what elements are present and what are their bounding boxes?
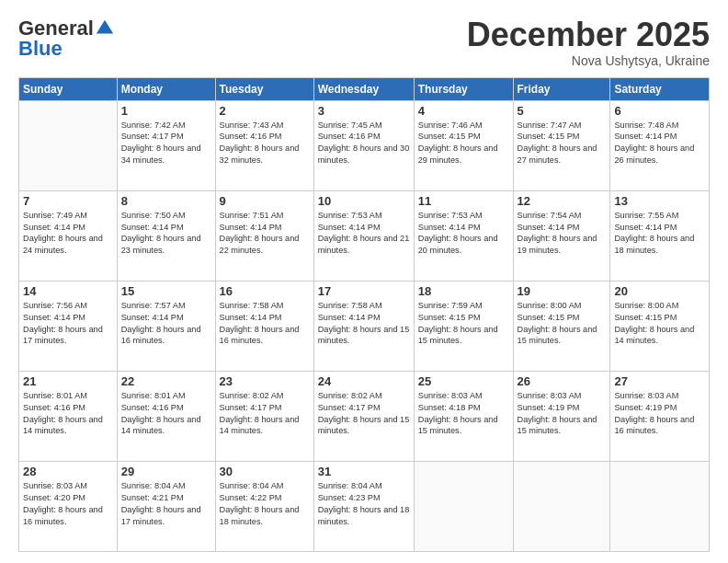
table-row: 30Sunrise: 8:04 AM Sunset: 4:22 PM Dayli… (215, 461, 313, 551)
table-row (513, 461, 610, 551)
cell-info: Sunrise: 8:04 AM Sunset: 4:23 PM Dayligh… (318, 480, 410, 528)
table-row (414, 461, 513, 551)
cell-info: Sunrise: 8:03 AM Sunset: 4:19 PM Dayligh… (518, 390, 607, 438)
col-thursday: Thursday (414, 77, 513, 100)
month-title: December 2025 (467, 17, 710, 53)
day-number: 9 (220, 194, 310, 208)
cell-info: Sunrise: 7:47 AM Sunset: 4:15 PM Dayligh… (518, 120, 607, 167)
table-row: 13Sunrise: 7:55 AM Sunset: 4:14 PM Dayli… (610, 190, 710, 281)
table-row: 8Sunrise: 7:50 AM Sunset: 4:14 PM Daylig… (117, 190, 215, 281)
calendar-body: 1Sunrise: 7:42 AM Sunset: 4:17 PM Daylig… (19, 100, 710, 551)
header-row: Sunday Monday Tuesday Wednesday Thursday… (19, 77, 710, 100)
day-number: 4 (418, 104, 509, 118)
svg-marker-0 (97, 20, 113, 34)
cell-info: Sunrise: 7:49 AM Sunset: 4:14 PM Dayligh… (23, 210, 113, 258)
cell-info: Sunrise: 8:01 AM Sunset: 4:16 PM Dayligh… (23, 390, 113, 438)
day-number: 25 (418, 374, 509, 388)
table-row (610, 461, 710, 551)
table-row: 19Sunrise: 8:00 AM Sunset: 4:15 PM Dayli… (513, 281, 610, 371)
day-number: 17 (318, 284, 410, 298)
table-row: 6Sunrise: 7:48 AM Sunset: 4:14 PM Daylig… (610, 100, 710, 190)
table-row: 28Sunrise: 8:03 AM Sunset: 4:20 PM Dayli… (19, 461, 118, 551)
day-number: 12 (518, 194, 607, 208)
col-friday: Friday (513, 77, 610, 100)
week-row-2: 7Sunrise: 7:49 AM Sunset: 4:14 PM Daylig… (19, 190, 710, 281)
table-row: 20Sunrise: 8:00 AM Sunset: 4:15 PM Dayli… (610, 281, 710, 371)
table-row: 11Sunrise: 7:53 AM Sunset: 4:14 PM Dayli… (414, 190, 513, 281)
cell-info: Sunrise: 8:04 AM Sunset: 4:21 PM Dayligh… (121, 480, 211, 528)
table-row: 12Sunrise: 7:54 AM Sunset: 4:14 PM Dayli… (513, 190, 610, 281)
table-row: 4Sunrise: 7:46 AM Sunset: 4:15 PM Daylig… (414, 100, 513, 190)
day-number: 20 (614, 284, 705, 298)
cell-info: Sunrise: 7:46 AM Sunset: 4:15 PM Dayligh… (418, 120, 509, 167)
day-number: 14 (23, 284, 113, 298)
table-row: 27Sunrise: 8:03 AM Sunset: 4:19 PM Dayli… (610, 371, 710, 461)
cell-info: Sunrise: 7:54 AM Sunset: 4:14 PM Dayligh… (518, 210, 607, 258)
col-tuesday: Tuesday (215, 77, 313, 100)
day-number: 19 (518, 284, 607, 298)
table-row: 24Sunrise: 8:02 AM Sunset: 4:17 PM Dayli… (313, 371, 414, 461)
table-row: 23Sunrise: 8:02 AM Sunset: 4:17 PM Dayli… (215, 371, 313, 461)
day-number: 28 (23, 465, 113, 478)
day-number: 13 (614, 194, 705, 208)
table-row: 25Sunrise: 8:03 AM Sunset: 4:18 PM Dayli… (414, 371, 513, 461)
table-row: 31Sunrise: 8:04 AM Sunset: 4:23 PM Dayli… (313, 461, 414, 551)
col-monday: Monday (117, 77, 215, 100)
table-row: 9Sunrise: 7:51 AM Sunset: 4:14 PM Daylig… (215, 190, 313, 281)
cell-info: Sunrise: 7:43 AM Sunset: 4:16 PM Dayligh… (220, 120, 310, 167)
day-number: 11 (418, 194, 509, 208)
cell-info: Sunrise: 8:02 AM Sunset: 4:17 PM Dayligh… (318, 390, 410, 438)
cell-info: Sunrise: 7:59 AM Sunset: 4:15 PM Dayligh… (418, 300, 509, 348)
table-row: 29Sunrise: 8:04 AM Sunset: 4:21 PM Dayli… (117, 461, 215, 551)
cell-info: Sunrise: 7:50 AM Sunset: 4:14 PM Dayligh… (121, 210, 211, 258)
cell-info: Sunrise: 7:48 AM Sunset: 4:14 PM Dayligh… (614, 120, 705, 167)
cell-info: Sunrise: 7:58 AM Sunset: 4:14 PM Dayligh… (318, 300, 410, 348)
cell-info: Sunrise: 7:56 AM Sunset: 4:14 PM Dayligh… (23, 300, 113, 348)
table-row: 21Sunrise: 8:01 AM Sunset: 4:16 PM Dayli… (19, 371, 118, 461)
cell-info: Sunrise: 8:03 AM Sunset: 4:18 PM Dayligh… (418, 390, 509, 438)
header: General Blue December 2025 Nova Ushytsya… (18, 17, 710, 68)
table-row: 26Sunrise: 8:03 AM Sunset: 4:19 PM Dayli… (513, 371, 610, 461)
day-number: 31 (318, 465, 410, 478)
title-block: December 2025 Nova Ushytsya, Ukraine (467, 17, 710, 68)
table-row: 16Sunrise: 7:58 AM Sunset: 4:14 PM Dayli… (215, 281, 313, 371)
cell-info: Sunrise: 7:53 AM Sunset: 4:14 PM Dayligh… (318, 210, 410, 258)
week-row-1: 1Sunrise: 7:42 AM Sunset: 4:17 PM Daylig… (19, 100, 710, 190)
logo-blue-text: Blue (18, 37, 63, 61)
cell-info: Sunrise: 8:00 AM Sunset: 4:15 PM Dayligh… (518, 300, 607, 348)
cell-info: Sunrise: 7:51 AM Sunset: 4:14 PM Dayligh… (220, 210, 310, 258)
table-row: 7Sunrise: 7:49 AM Sunset: 4:14 PM Daylig… (19, 190, 118, 281)
cell-info: Sunrise: 8:00 AM Sunset: 4:15 PM Dayligh… (614, 300, 705, 348)
week-row-3: 14Sunrise: 7:56 AM Sunset: 4:14 PM Dayli… (19, 281, 710, 371)
day-number: 26 (518, 374, 607, 388)
day-number: 3 (318, 104, 410, 118)
cell-info: Sunrise: 7:58 AM Sunset: 4:14 PM Dayligh… (220, 300, 310, 348)
day-number: 18 (418, 284, 509, 298)
day-number: 22 (121, 374, 211, 388)
table-row: 18Sunrise: 7:59 AM Sunset: 4:15 PM Dayli… (414, 281, 513, 371)
day-number: 7 (23, 194, 113, 208)
week-row-4: 21Sunrise: 8:01 AM Sunset: 4:16 PM Dayli… (19, 371, 710, 461)
day-number: 29 (121, 465, 211, 478)
cell-info: Sunrise: 8:03 AM Sunset: 4:20 PM Dayligh… (23, 480, 113, 528)
table-row: 5Sunrise: 7:47 AM Sunset: 4:15 PM Daylig… (513, 100, 610, 190)
day-number: 21 (23, 374, 113, 388)
calendar-table: Sunday Monday Tuesday Wednesday Thursday… (18, 77, 710, 552)
col-wednesday: Wednesday (313, 77, 414, 100)
cell-info: Sunrise: 7:45 AM Sunset: 4:16 PM Dayligh… (318, 120, 410, 167)
page: General Blue December 2025 Nova Ushytsya… (0, 0, 728, 563)
cell-info: Sunrise: 8:04 AM Sunset: 4:22 PM Dayligh… (220, 480, 310, 528)
col-sunday: Sunday (19, 77, 118, 100)
cell-info: Sunrise: 7:55 AM Sunset: 4:14 PM Dayligh… (614, 210, 705, 258)
cell-info: Sunrise: 8:03 AM Sunset: 4:19 PM Dayligh… (614, 390, 705, 438)
table-row: 22Sunrise: 8:01 AM Sunset: 4:16 PM Dayli… (117, 371, 215, 461)
day-number: 6 (614, 104, 705, 118)
col-saturday: Saturday (610, 77, 710, 100)
cell-info: Sunrise: 7:42 AM Sunset: 4:17 PM Dayligh… (121, 120, 211, 167)
table-row: 2Sunrise: 7:43 AM Sunset: 4:16 PM Daylig… (215, 100, 313, 190)
week-row-5: 28Sunrise: 8:03 AM Sunset: 4:20 PM Dayli… (19, 461, 710, 551)
day-number: 23 (220, 374, 310, 388)
cell-info: Sunrise: 8:02 AM Sunset: 4:17 PM Dayligh… (220, 390, 310, 438)
day-number: 8 (121, 194, 211, 208)
day-number: 5 (518, 104, 607, 118)
